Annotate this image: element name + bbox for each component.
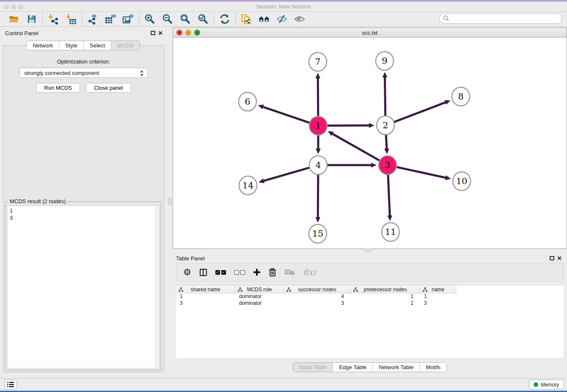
home-layout-icon[interactable]: [258, 13, 270, 25]
column-header-MCDS-role[interactable]: MCDS role: [235, 285, 284, 293]
zoom-selected-icon[interactable]: [197, 13, 209, 25]
table-cell: 3: [176, 300, 235, 307]
table-cell: 3: [420, 300, 456, 307]
edge-1-7[interactable]: [318, 78, 318, 116]
edge-3-10[interactable]: [396, 167, 445, 178]
graph-node-14[interactable]: 14: [239, 176, 257, 195]
graph-node-9[interactable]: 9: [376, 52, 394, 70]
column-header-predecessor-nodes[interactable]: predecessor nodes: [351, 285, 420, 293]
node-label: 14: [242, 180, 254, 190]
edge-2-8[interactable]: [394, 102, 446, 122]
unselect-all-columns-icon[interactable]: [234, 270, 245, 275]
first-neighbors-icon[interactable]: [219, 13, 231, 25]
graph-node-6[interactable]: 6: [239, 92, 256, 111]
export-table-icon[interactable]: [105, 13, 116, 25]
float-panel-icon[interactable]: [151, 31, 155, 35]
table-cell: 3: [284, 300, 351, 307]
run-mcds-button[interactable]: Run MCDS: [36, 83, 80, 93]
vertical-splitter-grip[interactable]: [168, 198, 172, 205]
node-label: 8: [458, 91, 463, 102]
edge-arrowhead: [384, 149, 389, 154]
criterion-dropdown[interactable]: strongly connected component: [19, 68, 148, 78]
graph-node-8[interactable]: 8: [452, 87, 470, 106]
tab-node-table[interactable]: Node Table: [293, 363, 333, 372]
graph-node-2[interactable]: 2: [377, 116, 394, 135]
tab-network-table[interactable]: Network Table: [372, 363, 419, 372]
task-history-button[interactable]: [4, 380, 17, 389]
edge-arrowhead: [444, 100, 450, 105]
tab-edge-table[interactable]: Edge Table: [333, 363, 372, 372]
tab-motifs[interactable]: Motifs: [419, 363, 446, 372]
mcds-result-box[interactable]: 1 3: [7, 206, 159, 368]
edge-3-1[interactable]: [333, 134, 380, 160]
add-column-icon[interactable]: [253, 269, 260, 276]
show-hide-icon[interactable]: [294, 13, 306, 25]
function-builder-icon[interactable]: f(x): [303, 268, 316, 276]
edge-arrowhead: [383, 72, 388, 77]
delete-table-icon[interactable]: [285, 269, 295, 276]
search-icon: [443, 15, 449, 23]
graph-node-11[interactable]: 11: [382, 223, 399, 241]
table-row[interactable]: 1dominator411: [176, 293, 564, 300]
node-label: 15: [312, 229, 324, 239]
zoom-in-icon[interactable]: [144, 13, 156, 25]
column-header-shared-name[interactable]: shared name: [176, 285, 235, 293]
edge-arrowhead: [315, 217, 320, 223]
export-network-icon[interactable]: [87, 13, 99, 25]
table-cell: dominator: [235, 293, 284, 300]
import-table-icon[interactable]: [65, 13, 77, 25]
horizontal-splitter-grip[interactable]: [364, 248, 371, 252]
edge-2-3[interactable]: [386, 135, 387, 149]
tab-select[interactable]: Select: [83, 41, 111, 50]
tab-style[interactable]: Style: [59, 41, 83, 50]
graph-node-7[interactable]: 7: [309, 52, 327, 71]
graph-node-3[interactable]: 3: [379, 156, 396, 174]
network-window: ✕ − + scc.txt 1234678910111415: [173, 28, 567, 249]
zoom-fit-icon[interactable]: [179, 13, 191, 25]
graph-node-4[interactable]: 4: [309, 156, 327, 174]
memory-label: Memory: [541, 382, 559, 388]
criterion-value: strongly connected component: [24, 70, 99, 76]
result-scrollbar[interactable]: [155, 206, 159, 368]
settings-icon[interactable]: ⚙: [183, 267, 191, 277]
table-cell: 1: [420, 293, 456, 300]
network-window-titlebar: ✕ − + scc.txt: [173, 28, 567, 38]
node-label: 10: [456, 176, 468, 186]
table-row[interactable]: 3dominator323: [176, 300, 564, 307]
graph-node-1[interactable]: 1: [309, 116, 327, 135]
zoom-out-icon[interactable]: [162, 13, 173, 25]
style-preview-icon[interactable]: [276, 13, 288, 25]
graph-node-15[interactable]: 15: [309, 224, 327, 243]
float-panel-icon[interactable]: [550, 256, 554, 260]
save-icon[interactable]: [26, 13, 38, 25]
edge-1-6[interactable]: [263, 107, 309, 123]
edge-2-9[interactable]: [385, 77, 385, 116]
edge-1-2[interactable]: [328, 125, 369, 126]
network-canvas[interactable]: 1234678910111415: [173, 38, 567, 248]
close-panel-button[interactable]: Close panel: [86, 83, 131, 93]
column-header-successor-nodes[interactable]: successor nodes: [284, 285, 351, 293]
delete-columns-icon[interactable]: [269, 268, 276, 276]
close-panel-icon[interactable]: ✕: [158, 30, 163, 36]
import-network-icon[interactable]: [47, 13, 59, 25]
edge-4-14[interactable]: [264, 168, 309, 181]
close-panel-icon[interactable]: ✕: [557, 255, 562, 262]
graph-node-10[interactable]: 10: [453, 172, 471, 190]
search-input[interactable]: [439, 13, 562, 24]
edge-3-11[interactable]: [388, 174, 390, 215]
window-title: Session: New Session: [0, 3, 567, 10]
tab-network[interactable]: Network: [27, 41, 59, 50]
edge-4-15[interactable]: [318, 174, 318, 217]
table-cell: dominator: [235, 300, 284, 307]
memory-button[interactable]: Memory: [529, 380, 564, 389]
select-all-columns-icon[interactable]: ✓✓: [215, 270, 226, 275]
open-folder-icon[interactable]: [8, 13, 20, 25]
duplicate-network-icon[interactable]: [240, 13, 252, 25]
network-title: scc.txt: [173, 30, 567, 36]
table-toolbar: ⚙ ✓✓ f(x): [176, 263, 564, 282]
table-cell: 1: [351, 293, 420, 300]
column-header-name[interactable]: name: [420, 285, 456, 293]
export-image-icon[interactable]: [122, 13, 134, 25]
tab-mcds[interactable]: MCDS: [111, 41, 139, 50]
show-columns-icon[interactable]: [200, 269, 207, 276]
